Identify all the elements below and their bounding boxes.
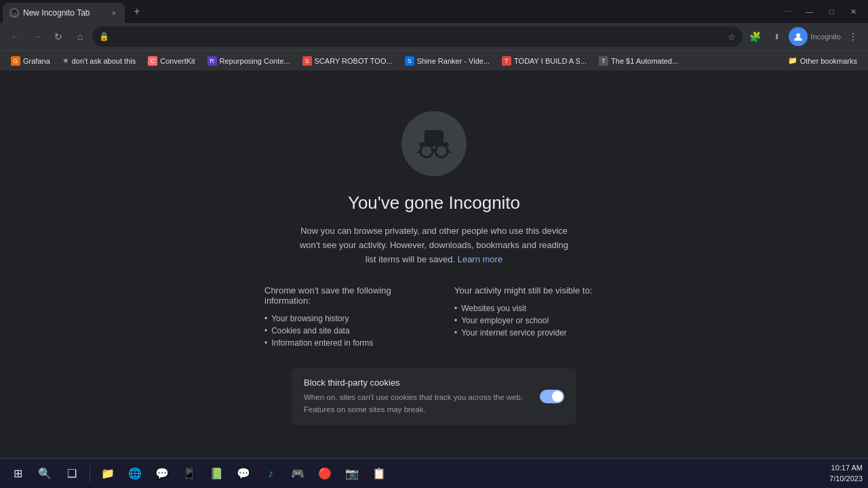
activity-list-item: Websites you visit	[454, 302, 604, 314]
bookmark-shine[interactable]: S Shine Ranker - Vide...	[399, 55, 495, 67]
dollar-label: The $1 Automated...	[611, 57, 678, 65]
close-button[interactable]: ✕	[844, 2, 863, 21]
bookmark-convertkit[interactable]: C ConvertKit	[142, 55, 200, 67]
shine-favicon: S	[405, 56, 414, 66]
menu-button[interactable]: ⋮	[844, 27, 863, 46]
chrome-taskbar-button[interactable]: 🌐	[123, 462, 147, 486]
bookmark-dont-ask[interactable]: ★ don't ask about this	[57, 55, 141, 66]
chrome-wont-save-title: Chrome won't save the following informat…	[264, 285, 414, 306]
whatsapp-button[interactable]: 📗	[204, 462, 229, 486]
svg-line-11	[418, 151, 420, 152]
file-explorer-button[interactable]: 📁	[96, 462, 120, 486]
back-button[interactable]: ←	[5, 27, 24, 46]
tab-title: New Incognito Tab	[23, 8, 104, 18]
tab-close-button[interactable]: ×	[108, 7, 119, 18]
app-red-button[interactable]: 🔴	[313, 462, 337, 486]
address-bar[interactable]: 🔒 ☆	[92, 26, 743, 47]
taskbar: ⊞ 🔍 ❑ 📁 🌐 💬 📱 📗 💬 ♪ 🎮 🔴 📷 📋 10:17 AM 7/1…	[0, 458, 868, 488]
clipboard-button[interactable]: 📋	[367, 462, 391, 486]
cookie-toggle-switch[interactable]	[540, 390, 564, 403]
bookmark-scary[interactable]: S SCARY ROBOT TOO...	[297, 55, 398, 67]
svg-point-9	[420, 145, 433, 157]
browser-toolbar: ← → ↻ ⌂ 🔒 ☆ 🧩 ⬇ Incognito ⋮	[0, 23, 868, 50]
address-security-icon: 🔒	[99, 32, 109, 41]
learn-more-link[interactable]: Learn more	[458, 254, 502, 264]
activity-visible-col: Your activity might still be visible to:…	[454, 285, 604, 349]
grafana-favicon: G	[11, 56, 20, 66]
home-button[interactable]: ⌂	[71, 27, 90, 46]
spy-svg	[414, 123, 454, 164]
bookmark-dollar[interactable]: T The $1 Automated...	[593, 55, 684, 67]
tab-list-button[interactable]: ⋯	[778, 2, 797, 21]
dont-ask-favicon: ★	[62, 56, 69, 65]
toggle-desc: When on, sites can't use cookies that tr…	[304, 392, 529, 415]
tab-favicon	[9, 8, 19, 18]
chrome-wont-save-list: Your browsing history Cookies and site d…	[264, 312, 414, 349]
bookmark-grafana[interactable]: G Grafana	[5, 55, 56, 67]
refresh-button[interactable]: ↻	[49, 27, 68, 46]
other-bookmarks-folder-icon: 📁	[788, 56, 797, 65]
info-columns: Chrome won't save the following informat…	[264, 285, 604, 349]
convertkit-favicon: C	[148, 56, 157, 66]
gaming-button[interactable]: 🎮	[285, 462, 310, 486]
new-tab-button[interactable]: +	[127, 2, 146, 21]
active-tab[interactable]: New Incognito Tab ×	[3, 3, 125, 23]
dollar-favicon: T	[599, 56, 608, 66]
incognito-heading: You've gone Incognito	[348, 192, 520, 214]
spotify-button[interactable]: ♪	[258, 462, 283, 486]
activity-list-item: Your employer or school	[454, 314, 604, 327]
instagram-button[interactable]: 📷	[340, 462, 364, 486]
activity-list-item: Your internet service provider	[454, 327, 604, 339]
shine-label: Shine Ranker - Vide...	[417, 57, 490, 65]
profile-button[interactable]	[789, 27, 808, 46]
toggle-text: Block third-party cookies When on, sites…	[304, 378, 529, 415]
taskbar-time-display: 10:17 AM	[829, 463, 863, 473]
convertkit-label: ConvertKit	[160, 57, 195, 65]
cookie-toggle-card: Block third-party cookies When on, sites…	[292, 368, 576, 425]
svg-rect-7	[425, 130, 443, 144]
chrome-list-item: Information entered in forms	[264, 337, 414, 349]
address-input[interactable]	[113, 32, 724, 42]
other-bookmarks-button[interactable]: 📁 Other bookmarks	[783, 55, 863, 66]
scary-label: SCARY ROBOT TOO...	[315, 57, 393, 65]
taskbar-separator	[90, 466, 90, 482]
chrome-list-item: Cookies and site data	[264, 325, 414, 337]
bookmark-repurposing[interactable]: R Repurposing Conte...	[202, 55, 296, 67]
scary-favicon: S	[302, 56, 312, 66]
today-favicon: T	[502, 56, 511, 66]
svg-point-5	[796, 33, 800, 37]
activity-visible-list: Websites you visit Your employer or scho…	[454, 302, 604, 339]
window-controls: ⋯ — □ ✕	[778, 2, 865, 21]
incognito-label: Incognito	[810, 33, 841, 41]
downloads-button[interactable]: ⬇	[767, 27, 786, 46]
taskbar-date-display: 7/10/2023	[829, 474, 863, 484]
minimize-button[interactable]: —	[800, 2, 819, 21]
start-button[interactable]: ⊞	[5, 462, 30, 486]
messenger-button[interactable]: 💬	[150, 462, 174, 486]
other-bookmarks-label: Other bookmarks	[800, 57, 857, 65]
task-view-button[interactable]: ❑	[60, 462, 84, 486]
phone-button[interactable]: 📱	[177, 462, 201, 486]
search-button[interactable]: 🔍	[33, 462, 57, 486]
svg-line-12	[448, 151, 450, 152]
forward-button[interactable]: →	[27, 27, 46, 46]
chrome-wont-save-col: Chrome won't save the following informat…	[264, 285, 414, 349]
maximize-button[interactable]: □	[822, 2, 841, 21]
extensions-button[interactable]: 🧩	[745, 27, 764, 46]
svg-rect-4	[12, 9, 16, 12]
bookmark-today[interactable]: T TODAY I BUILD A S...	[496, 55, 592, 67]
toggle-label: Block third-party cookies	[304, 378, 529, 388]
main-content: You've gone Incognito Now you can browse…	[0, 70, 868, 458]
today-label: TODAY I BUILD A S...	[514, 57, 587, 65]
repurposing-favicon: R	[208, 56, 217, 66]
repurposing-label: Repurposing Conte...	[220, 57, 290, 65]
toggle-row: Block third-party cookies When on, sites…	[304, 378, 564, 415]
chrome-list-item: Your browsing history	[264, 312, 414, 325]
bookmark-star-icon[interactable]: ☆	[728, 32, 736, 42]
grafana-label: Grafana	[23, 57, 50, 65]
discord-button[interactable]: 💬	[231, 462, 256, 486]
incognito-description: Now you can browse privately, and other …	[298, 224, 570, 266]
dont-ask-label: don't ask about this	[72, 57, 136, 65]
activity-visible-title: Your activity might still be visible to:	[454, 285, 604, 296]
bookmarks-bar: G Grafana ★ don't ask about this C Conve…	[0, 50, 868, 70]
